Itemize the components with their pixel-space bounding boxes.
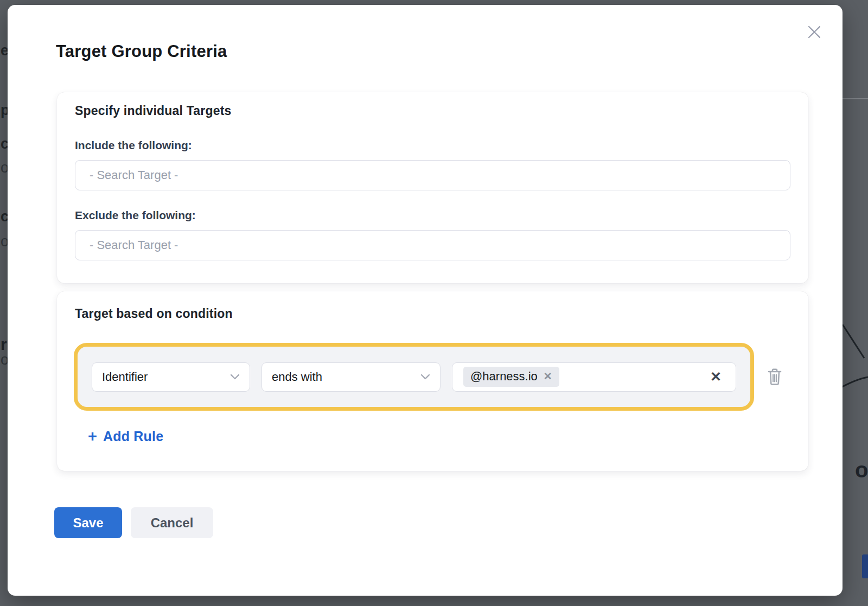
condition-rule-row: Identifier ends with @harness.io (74, 343, 754, 411)
trash-icon (767, 367, 783, 386)
close-icon[interactable] (806, 23, 823, 41)
cancel-button[interactable]: Cancel (131, 507, 213, 538)
operator-select-value: ends with (272, 370, 322, 384)
value-tag-label: @harness.io (470, 369, 538, 384)
values-input[interactable]: @harness.io ✕ ✕ (452, 362, 736, 392)
backdrop-button-fragment (862, 554, 868, 578)
chevron-down-icon (420, 374, 430, 380)
condition-heading: Target based on condition (75, 307, 233, 321)
screen: er pe cl o cl o r o o Target Group Crite… (0, 0, 868, 606)
attribute-select-value: Identifier (102, 370, 148, 384)
individual-targets-heading: Specify individual Targets (75, 104, 232, 118)
delete-rule-button[interactable] (767, 367, 783, 386)
save-button[interactable]: Save (54, 507, 122, 538)
tag-remove-icon[interactable]: ✕ (544, 371, 552, 383)
operator-select[interactable]: ends with (261, 362, 441, 392)
individual-targets-card: Specify individual Targets Include the f… (57, 92, 808, 283)
add-rule-button[interactable]: + Add Rule (88, 429, 163, 444)
target-group-criteria-modal: Target Group Criteria Specify individual… (8, 5, 843, 596)
backdrop-text-fragment: r (1, 336, 7, 353)
include-target-search-input[interactable] (75, 160, 790, 190)
backdrop-divider-line (843, 98, 868, 99)
include-label: Include the following: (75, 139, 192, 152)
value-tag: @harness.io ✕ (463, 367, 559, 386)
modal-title: Target Group Criteria (56, 42, 227, 61)
clear-values-icon[interactable]: ✕ (707, 369, 725, 385)
exclude-label: Exclude the following: (75, 209, 196, 222)
attribute-select[interactable]: Identifier (92, 362, 250, 392)
plus-icon: + (88, 429, 97, 444)
exclude-target-search-input[interactable] (75, 230, 790, 260)
condition-card: Target based on condition Identifier end… (57, 291, 808, 471)
backdrop-illustration-lines (838, 324, 868, 400)
backdrop-text-fragment: o (855, 459, 868, 481)
chevron-down-icon (230, 374, 240, 380)
add-rule-label: Add Rule (103, 429, 163, 444)
condition-rule-line: Identifier ends with @harness.io (74, 343, 798, 411)
